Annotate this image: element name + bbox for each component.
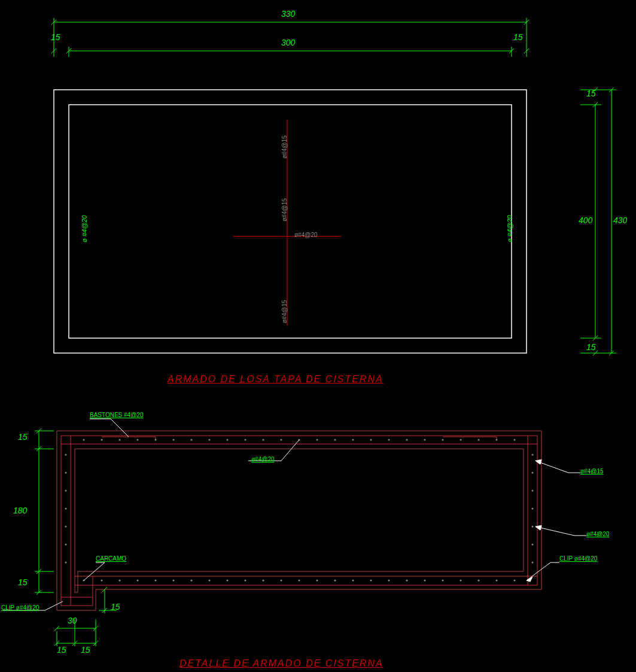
dim-top-inner: 300 bbox=[281, 38, 295, 47]
dim-top-left-offset: 15 bbox=[51, 32, 60, 42]
svg-point-96 bbox=[532, 454, 534, 456]
svg-point-58 bbox=[424, 439, 426, 441]
annot-clip-bl: CLIP ø#4@20 bbox=[1, 604, 39, 611]
svg-point-93 bbox=[65, 526, 67, 528]
dim-sec-mid: 180 bbox=[13, 506, 27, 515]
svg-point-89 bbox=[65, 454, 67, 456]
svg-point-54 bbox=[352, 439, 354, 441]
svg-point-53 bbox=[334, 439, 336, 441]
svg-point-47 bbox=[227, 439, 229, 441]
svg-point-79 bbox=[352, 580, 354, 582]
rebar-plan-center-v3: ø#4@15 bbox=[281, 300, 288, 323]
svg-point-43 bbox=[155, 439, 157, 441]
svg-marker-127 bbox=[535, 525, 541, 530]
rebar-plan-right: ø #4@20 bbox=[506, 215, 513, 242]
annot-bastones: BASTONES #4@20 bbox=[90, 412, 143, 418]
svg-point-81 bbox=[388, 580, 390, 582]
annot-right-2: ø#4@20 bbox=[586, 531, 610, 537]
svg-point-39 bbox=[83, 439, 85, 441]
svg-point-72 bbox=[227, 580, 229, 582]
dim-top-outer: 330 bbox=[281, 9, 295, 19]
rebar-plan-center-h: ø#4@20 bbox=[294, 232, 318, 238]
svg-point-44 bbox=[173, 439, 175, 441]
dim-right-top-offset: 15 bbox=[586, 89, 596, 98]
annot-top-rebar: ø#4@20 bbox=[251, 456, 275, 463]
svg-rect-25 bbox=[69, 105, 512, 338]
svg-point-84 bbox=[442, 580, 444, 582]
svg-point-80 bbox=[370, 580, 372, 582]
svg-point-63 bbox=[514, 439, 516, 441]
svg-point-86 bbox=[478, 580, 480, 582]
svg-point-75 bbox=[281, 580, 282, 582]
svg-point-57 bbox=[406, 439, 408, 441]
svg-point-101 bbox=[532, 544, 534, 546]
svg-point-70 bbox=[191, 580, 193, 582]
rebar-plan-center-v1: ø#4@15 bbox=[281, 135, 288, 159]
title-section: DETALLE DE ARMADO DE CISTERNA bbox=[179, 658, 384, 669]
svg-point-42 bbox=[137, 439, 139, 441]
svg-point-92 bbox=[65, 508, 67, 510]
svg-point-41 bbox=[119, 439, 121, 441]
svg-point-48 bbox=[245, 439, 247, 441]
dim-right-inner: 400 bbox=[579, 215, 592, 225]
svg-marker-126 bbox=[535, 460, 541, 464]
svg-point-62 bbox=[496, 439, 498, 441]
svg-point-98 bbox=[532, 490, 534, 492]
svg-point-99 bbox=[532, 508, 534, 510]
svg-point-87 bbox=[496, 580, 498, 582]
svg-point-69 bbox=[173, 580, 175, 582]
svg-point-97 bbox=[532, 472, 534, 474]
svg-point-52 bbox=[317, 439, 318, 441]
svg-point-82 bbox=[406, 580, 408, 582]
dim-sec-bot: 15 bbox=[18, 577, 28, 587]
svg-point-71 bbox=[209, 580, 211, 582]
dim-sec-sump-w: 30 bbox=[68, 616, 77, 625]
annot-right-1: ø#4@15 bbox=[580, 468, 604, 475]
svg-point-45 bbox=[191, 439, 193, 441]
svg-point-102 bbox=[532, 562, 534, 564]
svg-point-60 bbox=[460, 439, 462, 441]
svg-rect-24 bbox=[54, 90, 527, 353]
svg-point-76 bbox=[299, 580, 300, 582]
svg-point-59 bbox=[442, 439, 444, 441]
dim-right-bottom-offset: 15 bbox=[586, 342, 596, 352]
svg-point-91 bbox=[65, 490, 67, 492]
svg-point-83 bbox=[424, 580, 426, 582]
dim-sec-sump-w3: 15 bbox=[81, 645, 90, 655]
svg-point-94 bbox=[65, 544, 67, 546]
svg-point-100 bbox=[532, 526, 534, 528]
svg-point-40 bbox=[101, 439, 103, 441]
svg-point-46 bbox=[209, 439, 211, 441]
svg-point-85 bbox=[460, 580, 462, 582]
svg-point-61 bbox=[478, 439, 480, 441]
svg-point-68 bbox=[155, 580, 157, 582]
svg-point-73 bbox=[245, 580, 247, 582]
title-plan: ARMADO DE LOSA TAPA DE CISTERNA bbox=[168, 374, 384, 385]
drawing-canvas bbox=[0, 0, 636, 672]
dim-top-right-offset: 15 bbox=[513, 32, 523, 42]
svg-point-74 bbox=[263, 580, 264, 582]
svg-point-88 bbox=[514, 580, 516, 582]
svg-point-78 bbox=[334, 580, 336, 582]
svg-point-50 bbox=[281, 439, 282, 441]
rebar-plan-center-v2: ø#4@15 bbox=[281, 198, 288, 221]
svg-point-66 bbox=[119, 580, 121, 582]
annot-carcamo: CARCAMO bbox=[96, 555, 126, 562]
dim-sec-sump-w2: 15 bbox=[57, 645, 66, 655]
annot-right-3: CLIP ø#4@20 bbox=[559, 555, 597, 562]
rebar-plan-left: ø #4@20 bbox=[81, 215, 88, 242]
svg-point-49 bbox=[263, 439, 264, 441]
svg-point-55 bbox=[370, 439, 372, 441]
svg-point-77 bbox=[317, 580, 318, 582]
svg-point-95 bbox=[65, 562, 67, 564]
dim-right-outer: 430 bbox=[613, 215, 627, 225]
svg-point-67 bbox=[137, 580, 139, 582]
dim-sec-top: 15 bbox=[18, 432, 28, 442]
dim-sec-sump-h: 15 bbox=[111, 602, 120, 612]
svg-point-56 bbox=[388, 439, 390, 441]
svg-point-90 bbox=[65, 472, 67, 474]
svg-point-65 bbox=[101, 580, 103, 582]
